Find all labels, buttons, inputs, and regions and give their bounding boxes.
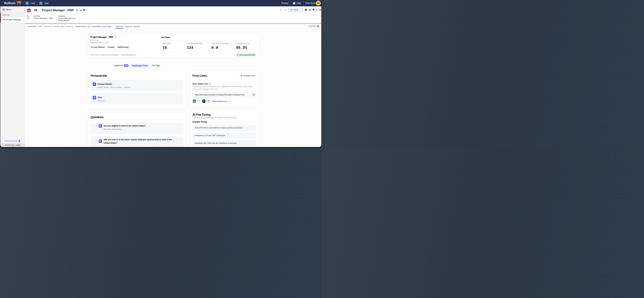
svg-text:?: ? <box>294 2 295 4</box>
